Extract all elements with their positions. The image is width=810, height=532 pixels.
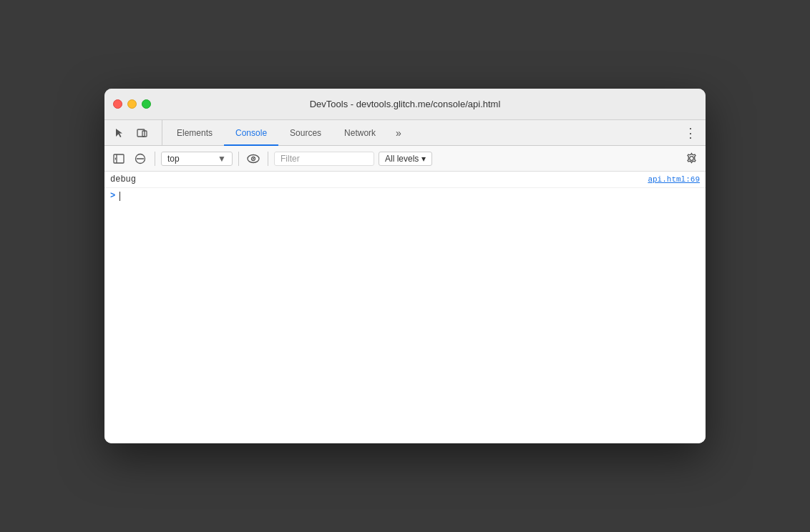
kebab-menu-button[interactable]: ⋮ [681, 124, 700, 142]
sidebar-toggle-button[interactable] [110, 150, 127, 167]
device-toggle-button[interactable] [133, 124, 152, 142]
context-arrow: ▼ [218, 154, 226, 164]
cursor-icon [114, 127, 125, 139]
console-content: debug api.html:69 > [104, 172, 706, 443]
settings-button[interactable] [683, 150, 700, 167]
console-input-row[interactable]: > [104, 188, 706, 204]
console-cursor [119, 192, 120, 201]
tab-bar-end: ⋮ [681, 120, 706, 145]
eye-icon [247, 153, 260, 164]
console-message: debug [110, 174, 633, 184]
minimize-button[interactable] [127, 99, 137, 109]
console-row: debug api.html:69 [104, 172, 706, 188]
tab-console[interactable]: Console [224, 121, 278, 146]
window-title: DevTools - devtools.glitch.me/console/ap… [310, 99, 501, 109]
tab-network[interactable]: Network [333, 121, 387, 146]
toolbar-divider [155, 152, 155, 166]
gear-icon [685, 152, 698, 164]
console-source-link[interactable]: api.html:69 [633, 175, 700, 184]
more-tabs-button[interactable]: » [389, 120, 409, 145]
cursor-tool-button[interactable] [110, 124, 129, 142]
close-button[interactable] [113, 99, 122, 109]
clear-console-button[interactable] [132, 150, 149, 167]
tab-bar: Elements Console Sources Network » ⋮ [104, 120, 706, 146]
device-toggle-icon [137, 127, 148, 139]
sidebar-toggle-icon [113, 153, 125, 164]
traffic-lights [113, 99, 151, 109]
tab-elements[interactable]: Elements [165, 121, 224, 146]
console-toolbar: top ▼ All levels ▾ [104, 146, 706, 172]
live-expressions-button[interactable] [245, 150, 262, 167]
svg-marker-4 [115, 157, 117, 160]
levels-arrow: ▾ [421, 154, 426, 164]
maximize-button[interactable] [142, 99, 151, 109]
svg-point-9 [253, 158, 254, 159]
devtools-window: DevTools - devtools.glitch.me/console/ap… [104, 89, 706, 443]
tab-sources[interactable]: Sources [278, 121, 333, 146]
svg-point-10 [689, 157, 693, 161]
devtools-icons [110, 120, 162, 145]
toolbar-divider-2 [238, 152, 239, 166]
log-levels-selector[interactable]: All levels ▾ [379, 152, 432, 166]
title-bar: DevTools - devtools.glitch.me/console/ap… [104, 89, 706, 120]
filter-input[interactable] [274, 152, 374, 166]
toolbar-divider-3 [268, 152, 268, 166]
context-selector[interactable]: top ▼ [161, 152, 233, 166]
console-prompt: > [110, 191, 115, 201]
clear-icon [135, 153, 146, 164]
